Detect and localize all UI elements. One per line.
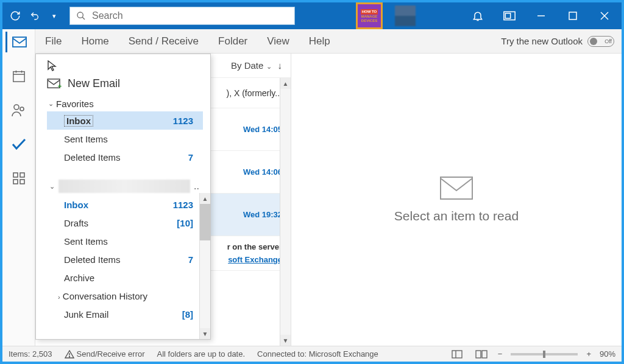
- folder-conversation-history[interactable]: › Conversation History: [47, 287, 203, 305]
- folder-label: Conversation History: [63, 291, 147, 301]
- folder-label: Deleted Items: [64, 152, 121, 163]
- warning-icon: [65, 350, 74, 359]
- favorites-header[interactable]: ⌄ Favorites: [47, 96, 203, 111]
- folder-count: 1123: [173, 200, 193, 210]
- close-button[interactable]: [591, 5, 618, 27]
- folder-inbox[interactable]: Inbox 1123: [47, 111, 203, 130]
- maximize-button[interactable]: [559, 5, 586, 27]
- svg-point-27: [69, 356, 69, 357]
- zoom-level[interactable]: 90%: [600, 349, 615, 359]
- folder-label: Sent Items: [64, 134, 108, 144]
- reading-pane: Select an item to read: [291, 54, 622, 346]
- svg-rect-5: [569, 12, 576, 19]
- menu-help[interactable]: Help: [299, 29, 340, 54]
- folder-count: 7: [188, 254, 193, 265]
- zoom-in-button[interactable]: +: [586, 349, 591, 359]
- folder-label: Junk Email: [64, 309, 108, 320]
- folder-flyout: New Email ⌄ Favorites Inbox 1123: [35, 54, 211, 340]
- rail-people-icon[interactable]: [7, 100, 31, 121]
- folder-label: Drafts: [64, 218, 88, 228]
- status-error[interactable]: Send/Receive error: [65, 349, 145, 359]
- folder-label: Sent Items: [64, 236, 108, 247]
- rail-apps-icon[interactable]: [7, 168, 31, 189]
- mail-plus-icon: [47, 79, 62, 89]
- search-icon: [76, 11, 86, 21]
- sync-icon[interactable]: [6, 7, 24, 25]
- favorites-label: Favorites: [56, 99, 94, 109]
- qat-dropdown-icon[interactable]: ▾: [45, 7, 63, 25]
- chevron-down-icon: ⌄: [48, 100, 54, 108]
- sort-direction-icon[interactable]: ↓: [278, 60, 283, 71]
- folder-deleted[interactable]: Deleted Items 7: [47, 148, 203, 166]
- search-box[interactable]: Search: [69, 7, 295, 25]
- bell-icon[interactable]: [464, 5, 491, 27]
- rail-mail-icon[interactable]: [5, 32, 30, 52]
- status-error-label: Send/Receive error: [77, 349, 145, 359]
- window-layout-icon[interactable]: [496, 5, 523, 27]
- search-placeholder: Search: [92, 10, 123, 21]
- view-reading-icon[interactable]: [473, 348, 489, 360]
- svg-rect-18: [13, 173, 18, 177]
- zoom-out-button[interactable]: −: [498, 349, 503, 359]
- brand-badge-top: HOW TO: [361, 9, 378, 15]
- svg-rect-21: [20, 180, 24, 184]
- status-bar: Items: 2,503 Send/Receive error All fold…: [2, 346, 622, 362]
- rail-tasks-icon[interactable]: [7, 134, 31, 155]
- svg-point-16: [14, 105, 19, 110]
- svg-rect-8: [13, 37, 26, 47]
- left-rail: [2, 29, 35, 346]
- try-new-outlook-toggle[interactable]: Off: [587, 36, 614, 47]
- menu-view[interactable]: View: [257, 29, 299, 54]
- status-item-count: Items: 2,503: [9, 349, 52, 359]
- folder-archive[interactable]: Archive: [47, 268, 203, 287]
- menu-folder[interactable]: Folder: [208, 29, 257, 54]
- folder-deleted[interactable]: Deleted Items 7: [47, 250, 203, 268]
- menu-sendreceive[interactable]: Send / Receive: [119, 29, 208, 54]
- folder-count: 7: [188, 152, 193, 163]
- try-new-outlook-label: Try the new Outlook: [501, 36, 583, 46]
- status-connection: Connected to: Microsoft Exchange: [257, 349, 378, 359]
- folder-drafts[interactable]: Drafts [10]: [47, 214, 203, 232]
- account-name-blurred: [58, 180, 190, 193]
- flyout-scrollbar[interactable]: ▲ ▼: [199, 193, 210, 339]
- zoom-slider[interactable]: [511, 353, 578, 355]
- user-avatar[interactable]: [395, 5, 416, 26]
- toggle-off-label: Off: [604, 38, 612, 44]
- folder-label: Inbox: [64, 115, 93, 127]
- new-email-button[interactable]: New Email: [47, 75, 203, 96]
- titlebar: ▾ Search HOW TO MANAGE DEVICES: [2, 2, 622, 29]
- menu-file[interactable]: File: [35, 29, 71, 54]
- brand-badge: HOW TO MANAGE DEVICES: [356, 2, 383, 29]
- outlook-window: ▾ Search HOW TO MANAGE DEVICES: [0, 0, 624, 364]
- menu-home[interactable]: Home: [71, 29, 118, 54]
- svg-rect-22: [48, 79, 60, 87]
- folder-label: Inbox: [64, 200, 88, 210]
- svg-rect-25: [441, 177, 472, 199]
- folder-count: 1123: [173, 116, 193, 126]
- svg-rect-28: [452, 351, 462, 358]
- folder-count: [8]: [182, 309, 193, 320]
- sort-by-date[interactable]: By Date ⌄: [231, 60, 272, 71]
- message-scrollbar[interactable]: ▲ ▼: [280, 78, 291, 346]
- svg-rect-30: [476, 351, 481, 358]
- message-list-pane: By Date ⌄ ↓ ), X (formerly... Wed 14:05 …: [35, 54, 291, 346]
- folder-sent[interactable]: Sent Items: [47, 130, 203, 148]
- cursor-icon: [47, 60, 203, 71]
- menubar: File Home Send / Receive Folder View Hel…: [35, 29, 622, 54]
- chevron-down-icon: ⌄: [49, 183, 55, 191]
- view-normal-icon[interactable]: [449, 348, 465, 360]
- status-sync: All folders are up to date.: [157, 349, 246, 359]
- reading-placeholder: Select an item to read: [394, 209, 519, 223]
- folder-label: Archive: [64, 273, 94, 283]
- svg-point-17: [20, 107, 24, 111]
- svg-rect-19: [20, 173, 24, 177]
- undo-icon[interactable]: [26, 7, 44, 25]
- svg-rect-9: [13, 72, 24, 82]
- minimize-button[interactable]: [528, 5, 555, 27]
- folder-inbox[interactable]: Inbox 1123: [47, 195, 203, 214]
- account-header[interactable]: ⌄ ..: [47, 177, 203, 195]
- folder-sent[interactable]: Sent Items: [47, 232, 203, 250]
- rail-calendar-icon[interactable]: [7, 66, 31, 86]
- folder-junk[interactable]: Junk Email [8]: [47, 305, 203, 323]
- envelope-icon: [439, 176, 473, 200]
